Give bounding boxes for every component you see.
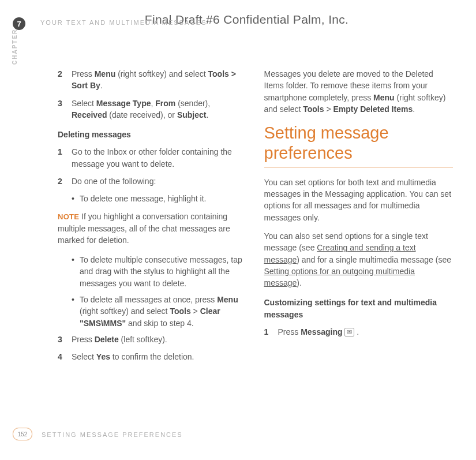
ui-label-menu: Menu bbox=[373, 93, 395, 102]
bullet-text: To delete all messages at once, press Me… bbox=[80, 294, 247, 329]
ui-label-from: From bbox=[155, 99, 175, 108]
step-body: Press Messaging ✉ . bbox=[278, 326, 453, 338]
step-body: Select Yes to confirm the deletion. bbox=[72, 351, 247, 362]
bullet-delete-all: • To delete all messages at once, press … bbox=[58, 294, 247, 329]
text: Press bbox=[72, 335, 95, 344]
ui-label-tools: Tools bbox=[303, 104, 324, 114]
text: and skip to step 4. bbox=[126, 319, 194, 328]
right-column: Messages you delete are moved to the Del… bbox=[264, 68, 453, 368]
page-number-badge: 152 bbox=[13, 428, 32, 440]
text: . bbox=[354, 327, 359, 336]
bullet-text: To delete multiple consecutive messages,… bbox=[80, 254, 247, 289]
ui-label-subject: Subject bbox=[177, 110, 207, 119]
note-label: NOTE bbox=[58, 212, 79, 221]
prefs-intro-paragraph: You can set options for both text and mu… bbox=[264, 177, 453, 223]
text: to confirm the deletion. bbox=[110, 352, 194, 361]
text: (left softkey). bbox=[119, 335, 167, 344]
text: . bbox=[100, 81, 103, 90]
text: (sender), bbox=[175, 99, 210, 108]
step-number: 3 bbox=[58, 98, 72, 121]
text: Select bbox=[72, 99, 96, 108]
step-number: 2 bbox=[58, 175, 72, 187]
section-title-preferences: Setting message preferences bbox=[264, 123, 453, 163]
text: (right softkey) and select bbox=[80, 306, 170, 316]
title-rule bbox=[264, 167, 453, 167]
step-body: Go to the Inbox or other folder containi… bbox=[72, 146, 247, 170]
ui-label-received: Received bbox=[72, 110, 107, 119]
step-body: Press Delete (left softkey). bbox=[72, 334, 247, 345]
left-column: 2 Press Menu (right softkey) and select … bbox=[58, 68, 247, 368]
bullet-icon: • bbox=[72, 254, 80, 289]
ui-label-yes: Yes bbox=[96, 352, 110, 361]
text: Press bbox=[72, 69, 95, 78]
text: . bbox=[413, 104, 415, 114]
note-text: If you highlight a conversation containi… bbox=[58, 212, 230, 245]
deleted-items-paragraph: Messages you delete are moved to the Del… bbox=[264, 68, 453, 115]
step-number: 2 bbox=[58, 68, 72, 92]
delete-step-2: 2 Do one of the following: bbox=[58, 175, 247, 187]
ui-label-menu: Menu bbox=[95, 69, 116, 78]
ui-label-tools: Tools bbox=[170, 306, 190, 316]
subheading-deleting: Deleting messages bbox=[58, 129, 247, 140]
messaging-icon: ✉ bbox=[344, 328, 354, 336]
step-body: Select Message Type, From (sender), Rece… bbox=[72, 98, 247, 121]
ui-label-message-type: Message Type bbox=[96, 99, 151, 108]
subheading-customizing: Customizing settings for text and multim… bbox=[264, 297, 453, 320]
delete-step-4: 4 Select Yes to confirm the deletion. bbox=[58, 351, 247, 362]
text: To delete all messages at once, press bbox=[80, 295, 217, 304]
link-options-outgoing-mms[interactable]: Setting options for an outgoing multimed… bbox=[264, 267, 415, 287]
text: > bbox=[324, 104, 333, 114]
text: . bbox=[206, 110, 208, 119]
step-body: Do one of the following: bbox=[72, 175, 247, 187]
ui-label-menu: Menu bbox=[217, 295, 238, 304]
bullet-icon: • bbox=[72, 193, 80, 204]
delete-step-3: 3 Press Delete (left softkey). bbox=[58, 334, 247, 345]
text: (right softkey) and select bbox=[115, 69, 208, 78]
bullet-icon: • bbox=[72, 294, 80, 329]
step-3: 3 Select Message Type, From (sender), Re… bbox=[58, 98, 247, 121]
chapter-side-label: CHAPTER bbox=[12, 29, 18, 65]
step-number: 1 bbox=[264, 326, 278, 338]
step-number: 3 bbox=[58, 334, 72, 345]
text: Select bbox=[72, 352, 96, 361]
step-number: 1 bbox=[58, 146, 72, 170]
manual-page: Final Draft #6 Confidential Palm, Inc. 7… bbox=[0, 0, 476, 460]
text: ). bbox=[297, 278, 302, 287]
text: (date received), or bbox=[107, 110, 177, 119]
footer-section-name: SETTING MESSAGE PREFERENCES bbox=[42, 431, 183, 438]
step-body: Press Menu (right softkey) and select To… bbox=[72, 68, 247, 92]
ui-label-delete: Delete bbox=[95, 335, 119, 344]
running-head: YOUR TEXT AND MULTIMEDIA MESSAGES bbox=[40, 19, 207, 26]
ui-label-empty-deleted: Empty Deleted Items bbox=[333, 104, 413, 114]
bullet-delete-multiple: • To delete multiple consecutive message… bbox=[58, 254, 247, 289]
delete-step-1: 1 Go to the Inbox or other folder contai… bbox=[58, 146, 247, 170]
step-2: 2 Press Menu (right softkey) and select … bbox=[58, 68, 247, 92]
prefs-see-also-paragraph: You can also set send options for a sing… bbox=[264, 230, 453, 289]
ui-label-messaging: Messaging bbox=[301, 327, 342, 336]
note-block: NOTE If you highlight a conversation con… bbox=[58, 211, 247, 246]
two-column-layout: 2 Press Menu (right softkey) and select … bbox=[40, 68, 453, 368]
step-number: 4 bbox=[58, 351, 72, 362]
bullet-delete-one: • To delete one message, highlight it. bbox=[58, 193, 247, 204]
text: > bbox=[191, 306, 200, 316]
bullet-text: To delete one message, highlight it. bbox=[80, 193, 206, 204]
text: Press bbox=[278, 327, 301, 336]
text: ) and for a single multimedia message (s… bbox=[297, 255, 451, 264]
customize-step-1: 1 Press Messaging ✉ . bbox=[264, 326, 453, 338]
